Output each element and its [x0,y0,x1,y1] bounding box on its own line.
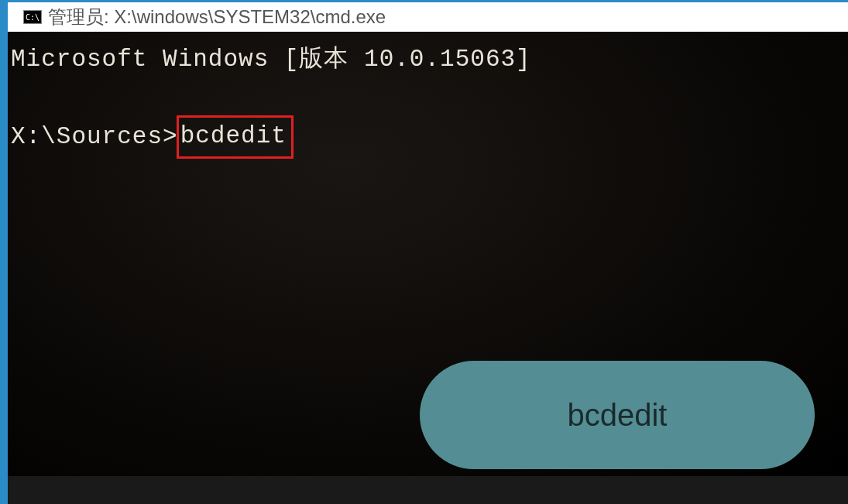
cmd-icon: C:\ [23,10,42,24]
version-line: Microsoft Windows [版本 10.0.15063] [11,41,848,78]
callout-label: bcdedit [568,391,668,439]
prompt-line: X:\Sources>bcdedit [11,115,848,159]
bottom-strip [8,476,848,504]
window-title: 管理员: X:\windows\SYSTEM32\cmd.exe [48,5,386,29]
terminal-output[interactable]: Microsoft Windows [版本 10.0.15063] X:\Sou… [8,32,848,476]
prompt-text: X:\Sources> [11,118,178,156]
command-highlight: bcdedit [177,115,294,159]
command-prompt-window: C:\ 管理员: X:\windows\SYSTEM32\cmd.exe Mic… [0,0,848,504]
title-bar[interactable]: C:\ 管理员: X:\windows\SYSTEM32\cmd.exe [8,2,848,32]
callout-pill: bcdedit [420,361,815,469]
typed-command: bcdedit [180,122,287,149]
